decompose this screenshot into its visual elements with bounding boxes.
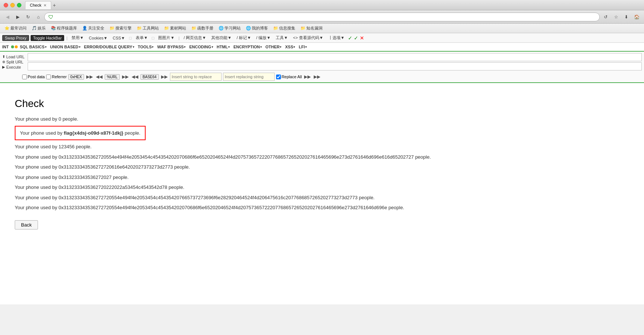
swap-proxy-button[interactable]: Swap Proxy: [2, 35, 29, 41]
green-dot-icon: [11, 45, 14, 48]
hackbar-url-field[interactable]: http://127.0.0.1/ctf/check.php: [28, 53, 642, 61]
back-button[interactable]: Back: [15, 220, 38, 229]
split-url-icon: ⊕: [2, 60, 5, 64]
replace-all-label[interactable]: Replace All: [276, 75, 302, 79]
replacing-string-input[interactable]: [223, 73, 275, 81]
titlebar: Check ✕ +: [0, 0, 644, 10]
line-8: Your phone used by 0x3132333435362727205…: [15, 204, 531, 211]
bookmark-materials[interactable]: 📁 素材网站: [162, 25, 188, 32]
home-nav-button[interactable]: 🏠: [632, 13, 641, 21]
url-encode-button[interactable]: %URL: [105, 74, 120, 80]
hackbar-cookies[interactable]: Cookies▼: [87, 35, 109, 41]
hackbar-zoom[interactable]: / 编放▼: [254, 34, 272, 41]
line-6: Your phone used by 0x3132333435362720222…: [15, 184, 629, 191]
post-data-checkbox[interactable]: [22, 75, 27, 79]
close-hackbar-icon[interactable]: ✕: [360, 35, 364, 41]
base64-encode-button[interactable]: BASE64: [140, 74, 159, 80]
int-menu-union-based[interactable]: UNION BASED▾: [49, 44, 82, 49]
highlighted-line: Your phone used by flag{x4dsj-o09d-x87f-…: [15, 126, 146, 141]
int-menu-error-query[interactable]: ERROR/DOUBLE QUERY▾: [83, 44, 136, 49]
bookmark-blog[interactable]: 🌐 我的博客: [244, 25, 270, 32]
minimize-button[interactable]: [10, 3, 15, 7]
hackbar-top: Swap Proxy Toggle HackBar | 禁用▼ Cookies▼…: [0, 33, 644, 43]
int-menu-lfi[interactable]: LFI▾: [297, 44, 308, 49]
back-nav-button[interactable]: ◀: [3, 13, 12, 21]
hackbar-data-field[interactable]: 0x313233343536272720554e494f4e2053454c45…: [28, 62, 642, 70]
page-title: Check: [15, 98, 629, 110]
refresh-button[interactable]: ↺: [601, 13, 610, 21]
referrer-checkbox[interactable]: [46, 75, 51, 79]
referrer-label[interactable]: Referrer: [46, 75, 66, 79]
forward-nav-button[interactable]: ▶: [13, 13, 22, 21]
int-menu-encryption[interactable]: ENCRYPTION▾: [232, 44, 263, 49]
int-toolbar: INT SQL BASICS▾ UNION BASED▾ ERROR/DOUBL…: [0, 43, 644, 52]
split-url-action[interactable]: ⊕ Split URL: [2, 60, 25, 64]
bookmark-problems[interactable]: 📚 程序猿题库: [49, 25, 79, 32]
bookmark-tools[interactable]: 📁 工具网站: [135, 25, 161, 32]
hackbar-css[interactable]: CSS▼: [111, 35, 127, 41]
hackbar-options[interactable]: 丨选项▼: [327, 34, 347, 41]
hackbar-form[interactable]: 表单▼: [134, 34, 150, 41]
bookmark-most-visited[interactable]: ⭐ 最常访问: [2, 25, 29, 32]
check-mark-icon[interactable]: ✓: [348, 35, 352, 41]
hackbar-viewsrc[interactable]: <> 查看源代码▼: [291, 34, 325, 41]
address-bar[interactable]: 🛡 127.0.0.1/ctf/check.php: [44, 13, 600, 21]
close-button[interactable]: [4, 3, 8, 7]
replace-arrow-right2[interactable]: ▶▶: [313, 74, 321, 79]
hackbar-tools2[interactable]: 工具▼: [274, 34, 290, 41]
bookmark-info[interactable]: 📁 信息搜集: [271, 25, 297, 32]
split-url-label[interactable]: Split URL: [6, 60, 23, 64]
url-input[interactable]: 127.0.0.1/ctf/check.php: [55, 14, 596, 20]
execute-label[interactable]: Execute: [6, 65, 21, 69]
bookmark-entertainment[interactable]: 🎵 娱乐: [29, 25, 48, 32]
int-menu-tools[interactable]: TOOLS▾: [136, 44, 155, 49]
bookmark-search[interactable]: 📁 搜索引擎: [107, 25, 134, 32]
download-button[interactable]: ⬇: [622, 13, 631, 21]
replace-all-checkbox[interactable]: [276, 75, 281, 79]
int-menu-sql-basics[interactable]: SQL BASICS▾: [18, 44, 48, 49]
separator4: |: [178, 36, 180, 40]
load-url-label[interactable]: Load URL: [6, 55, 25, 59]
bookmark-learning[interactable]: 🌐 学习网站: [216, 25, 243, 32]
post-data-label[interactable]: Post data: [22, 75, 45, 79]
int-menu-other[interactable]: OTHER▾: [264, 44, 283, 49]
hackbar-disable[interactable]: 禁用▼: [70, 34, 86, 41]
line-2: Your phone used by 123456 people.: [15, 143, 629, 151]
tab-close-icon[interactable]: ✕: [43, 3, 46, 7]
execute-action[interactable]: ▶ Execute: [2, 65, 25, 69]
replace-arrow-right[interactable]: ▶▶: [303, 74, 311, 79]
bookmark-functions[interactable]: 📁 函数手册: [189, 25, 216, 32]
bookmark-star[interactable]: ☆: [612, 13, 620, 21]
active-tab[interactable]: Check ✕: [25, 1, 51, 9]
hex-arrow-right[interactable]: ▶▶: [86, 74, 94, 79]
hackbar-mark[interactable]: / 标记▼: [235, 34, 253, 41]
bookmark-vuln[interactable]: 📁 知名漏洞: [298, 25, 325, 32]
int-label: INT: [2, 45, 9, 49]
int-menu-waf-bypass[interactable]: WAF BYPASS▾: [156, 44, 187, 49]
maximize-button[interactable]: [17, 3, 21, 7]
hex-encode-button[interactable]: 0xHEX: [68, 74, 84, 80]
new-tab-button[interactable]: +: [53, 2, 56, 8]
hackbar-url-row: ⬆ Load URL ⊕ Split URL ▶ Execute http://…: [0, 52, 644, 72]
hackbar-images[interactable]: 图图片▼: [156, 34, 176, 41]
base64-arrow-left[interactable]: ◀◀: [131, 74, 139, 79]
int-menu-html[interactable]: HTML▾: [215, 44, 232, 49]
bookmark-security[interactable]: 👤 关注安全: [80, 25, 107, 32]
hackbar-other[interactable]: 其他功能▼: [209, 34, 233, 41]
url-arrow-right[interactable]: ▶▶: [121, 74, 129, 79]
int-menu-xss[interactable]: XSS▾: [283, 44, 296, 49]
line-3: Your phone used by 0x3132333435362720554…: [15, 153, 531, 161]
separator3: □: [152, 36, 154, 40]
separator1: |: [66, 36, 67, 40]
check-mark-icon2[interactable]: ✓: [354, 35, 358, 41]
load-url-action[interactable]: ⬆ Load URL: [2, 55, 25, 59]
int-menu-encoding[interactable]: ENCODING▾: [188, 44, 214, 49]
toggle-hackbar-button[interactable]: Toggle HackBar: [31, 35, 65, 41]
reload-button[interactable]: ↻: [24, 13, 32, 21]
base64-arrow-right[interactable]: ▶▶: [160, 74, 168, 79]
line-0: Your phone used by 0 people.: [15, 115, 629, 123]
url-arrow-left[interactable]: ◀◀: [95, 74, 103, 79]
hackbar-pageinfo[interactable]: / 网页信息▼: [182, 34, 208, 41]
home-button[interactable]: ⌂: [34, 13, 43, 21]
replace-string-input[interactable]: [170, 73, 222, 81]
